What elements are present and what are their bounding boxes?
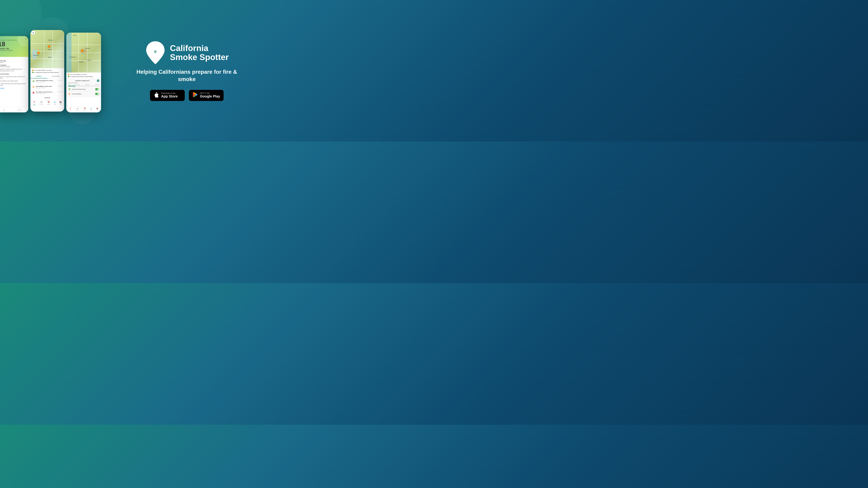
wildfire-dot [32,70,33,71]
app-store-button[interactable]: Download on the App Store [150,90,185,101]
nav-alert-location-label: Alert/Location [33,104,36,105]
monitor-type-label: Monitor type [0,60,26,62]
prescribed-toggle[interactable] [95,88,99,90]
play-button[interactable]: ▶ [97,79,99,82]
p3-nav-health[interactable]: 💨 Health [90,108,92,111]
learn-icon: 📚 [59,101,62,103]
time-now: Now [68,84,70,85]
smoke-layer-wildfire: 🔥 Smoke (Wildfires) [68,92,99,96]
city-modesto: Modesto [48,57,52,58]
phone2-tabs: ALERTS LOCATIONS [30,74,64,78]
alert-item-prescribed[interactable]: 🌿 New Prescribed fire in your... Click t… [30,78,64,84]
share-label: Share [3,110,5,111]
p3-city-bakersfield: Bakersfield [85,48,90,49]
app-title-line2: Smoke Spotter [170,53,229,62]
app-logo [145,41,166,65]
info-icon: ℹ [19,108,20,110]
wildfire-toggle-knob [97,93,99,95]
alert-status-subtitle: Click to view the fire [36,93,56,94]
p3-nav-learn[interactable]: 📚 Learn [96,108,98,111]
tab-alerts[interactable]: ALERTS [30,74,48,78]
aqi-description: Air quality is considered satisfactory, … [0,68,26,72]
p3-nav-forecast[interactable]: 📅 Forecast [84,108,86,111]
recommendation-title: Recommendation [0,73,26,75]
wildfire-alert-banner: The STONE Wildfire 19 mi away [32,69,62,71]
nav-health[interactable]: 💨 Health [54,101,56,105]
google-play-main-label: Google Play [200,94,220,98]
google-play-icon [192,92,198,99]
about-aqi-label: About AQI [18,110,22,111]
clear-all-button[interactable]: Clear All [30,96,64,100]
nav-forecast[interactable]: 📅 Forecast [47,101,50,105]
about-aqi-button[interactable]: ℹ About AQI [18,108,22,111]
prescribed-fire-layer-icon: 🌿 [68,88,71,91]
aqi-status: Good (0 - 50) [0,48,26,50]
phone1-footer: ↑ Share ℹ About AQI [0,106,28,112]
warning-text: Pay attention and take action especially… [0,83,26,87]
app-tagline: Helping Californians prepare for fire & … [128,68,246,83]
phone2-map: Sacramento Stockton San Francisco Modest… [30,30,64,68]
play-circle[interactable]: ▶ [97,79,99,82]
google-play-sub-label: GET IT ON [200,92,220,94]
prescribed-alert-text: No significant prescribed fire activity … [34,72,59,73]
time-24h: 24 hours [76,84,80,85]
p3-nav-health-label: Health [90,110,92,111]
app-title-block: California Smoke Spotter [170,44,229,62]
map-filter-button[interactable]: ⚙ [31,31,35,35]
map-details-icon: 🗺 [40,101,42,103]
prescribed-alert-banner: No significant prescribed fire activity … [32,71,62,73]
aqi-basics-link[interactable]: AQI Basics [0,88,26,89]
health-icon: 💨 [54,101,56,103]
google-play-button[interactable]: GET IT ON Google Play [189,90,224,101]
smoke-forecast-section: SMOKE FORECAST ▶ Friday 8:00 AM PDT Now … [66,78,101,97]
city-sacramento: Sacramento [48,39,53,41]
alert-item-status[interactable]: 🔴 The status of the fire has c... Click … [30,90,64,96]
last-updated-label: Last updated [0,64,26,66]
tab-locations[interactable]: LOCATIONS [48,74,64,78]
alert-prescribed-time: 24 min ago [57,80,62,81]
phone1-mockup: AIR QUALITY INDEX (PM2.5) 18 Good (0 - 5… [0,36,28,112]
alert-item-wildfire[interactable]: 🔥 New Wildfire in your area! Click to vi… [30,84,64,90]
prescribed-dot [32,72,33,73]
p3-nav-alert-location[interactable]: 📍 Alert/Location [69,108,72,111]
nav-map-details[interactable]: 🗺 Map Details [39,101,43,105]
nav-health-label: Health [54,104,56,105]
share-icon: ↑ [4,108,4,110]
p3-fire-marker: 🔥 [81,50,83,52]
alert-prescribed-title: New Prescribed fire in your... [36,80,56,82]
smoke-slider[interactable] [68,86,99,87]
alert-wildfire-title: New Wildfire in your area! [36,86,56,87]
phone2-nav: 📍 Alert/Location 🗺 Map Details 📅 Forecas… [30,100,64,106]
time-label: Friday 8:00 AM PDT [68,83,99,84]
p3-map-details-icon: 🗺 [77,108,78,109]
phone3-nav: 📍 Alert/Location 🗺 Map Details 📅 Forecas… [66,107,101,112]
app-store-main-label: App Store [161,94,178,98]
alert-wildfire-time: 24 min ago [57,86,62,87]
phones-section: AIR QUALITY INDEX (PM2.5) 18 Good (0 - 5… [0,0,97,141]
nav-alert-location[interactable]: 📍 Alert/Location [33,101,36,105]
local-conditions-text: Local conditions can change rapidly. [0,80,26,82]
p3-learn-icon: 📚 [96,108,98,109]
phone3-map: Fresno Bakersfield Santa Barbara Los Ang… [66,33,101,72]
phone3-alert-bar: The STONE Wildfire 19 mi away No signifi… [66,72,101,78]
time-72h: 72 hours [95,84,99,85]
time-48h: 48 hours [86,84,90,85]
app-store-sub-label: Download on the [161,92,178,94]
p3-nav-map-details[interactable]: 🗺 Map Details [76,108,79,111]
nav-learn[interactable]: 📚 Learn [59,101,62,105]
wildfire-toggle[interactable] [95,93,99,95]
wildfire-alert-text: The STONE Wildfire 19 mi away [34,70,52,71]
p3-wildfire-dot [68,74,69,75]
alerts-list: 🌿 New Prescribed fire in your... Click t… [30,78,64,96]
aqi-location: CCA Semillon and Viognier [0,50,26,51]
p3-city-riverside: Riverside [87,60,91,61]
p3-city-losangeles: Los Angeles [79,61,84,62]
p3-prescribed-text: No significant prescribed fire activity … [70,76,93,77]
p3-nav-map-label: Map Details [76,110,79,111]
smoke-time-bar: Now 24 hours 48 hours 72 hours [68,84,99,85]
brand-section: California Smoke Spotter Helping Califor… [121,0,253,141]
city-stockton: Stockton [48,49,52,50]
recommendation-text: Everyone: It's a good time to open windo… [0,76,26,79]
share-button[interactable]: ↑ Share [3,108,5,111]
app-title-line1: California [170,44,229,53]
